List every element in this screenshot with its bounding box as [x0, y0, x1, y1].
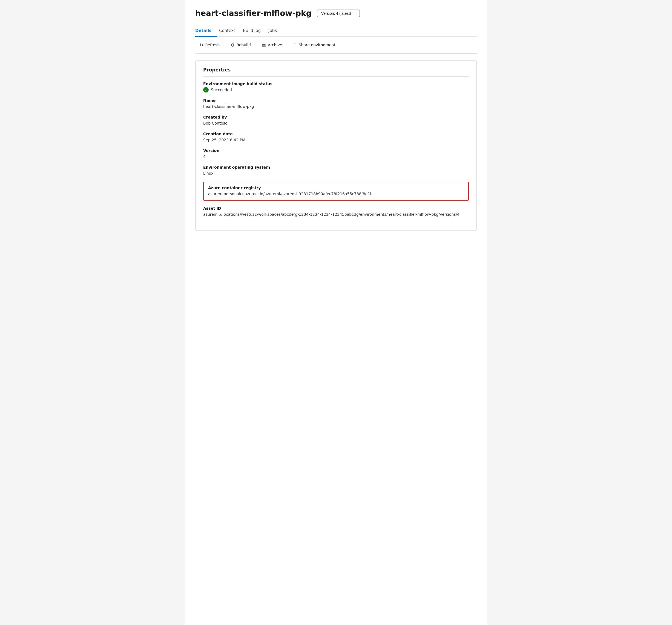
chevron-down-icon: ⌄: [353, 11, 356, 15]
prop-value-name: heart-classifier-mlflow-pkg: [203, 104, 469, 110]
prop-value-version: 4: [203, 154, 469, 160]
prop-label-creation-date: Creation date: [203, 132, 469, 136]
tabs-container: Details Context Build log Jobs: [195, 25, 477, 37]
prop-value-asset-id: azureml://locations/westus2/workspaces/a…: [203, 212, 469, 217]
tab-details[interactable]: Details: [195, 25, 217, 37]
rebuild-button[interactable]: ⚙ Rebuild: [226, 41, 255, 50]
refresh-label: Refresh: [205, 43, 220, 47]
prop-value-creation-date: Sep 25, 2023 8:42 PM: [203, 137, 469, 143]
version-dropdown[interactable]: Version: 4 (latest) ⌄: [317, 9, 360, 17]
properties-card: Properties Environment image build statu…: [195, 60, 477, 231]
prop-group-created-by: Created by Bob Contoso: [203, 115, 469, 126]
rebuild-icon: ⚙: [231, 43, 234, 48]
rebuild-label: Rebuild: [237, 43, 251, 47]
prop-group-creation-date: Creation date Sep 25, 2023 8:42 PM: [203, 132, 469, 143]
archive-button[interactable]: ▤ Archive: [257, 41, 287, 50]
archive-label: Archive: [268, 43, 282, 47]
tab-build-log[interactable]: Build log: [243, 25, 266, 37]
share-icon: ↑: [293, 43, 296, 48]
share-label: Share environment: [299, 43, 335, 47]
prop-label-version: Version: [203, 148, 469, 153]
refresh-icon: ↻: [200, 43, 203, 48]
prop-group-asset-id: Asset ID azureml://locations/westus2/wor…: [203, 206, 469, 217]
share-environment-button[interactable]: ↑ Share environment: [289, 41, 340, 50]
prop-value-created-by: Bob Contoso: [203, 120, 469, 126]
prop-value-build-status: Succeeded: [211, 87, 232, 93]
page-title: heart-classifier-mlflow-pkg: [195, 9, 312, 18]
prop-label-created-by: Created by: [203, 115, 469, 119]
prop-value-azure-container-registry: azuremlpersonalcr.azurecr.io/azureml/azu…: [208, 191, 464, 197]
prop-group-azure-container-registry: Azure container registry azuremlpersonal…: [203, 182, 469, 201]
prop-group-version: Version 4: [203, 148, 469, 160]
prop-label-azure-container-registry: Azure container registry: [208, 186, 464, 190]
toolbar: ↻ Refresh ⚙ Rebuild ▤ Archive ↑ Share en…: [195, 37, 477, 54]
success-status-icon: [203, 87, 209, 93]
tab-jobs[interactable]: Jobs: [268, 25, 282, 37]
prop-label-name: Name: [203, 98, 469, 103]
prop-label-build-status: Environment image build status: [203, 81, 469, 86]
prop-label-asset-id: Asset ID: [203, 206, 469, 211]
prop-group-build-status: Environment image build status Succeeded: [203, 81, 469, 93]
prop-group-name: Name heart-classifier-mlflow-pkg: [203, 98, 469, 110]
tab-context[interactable]: Context: [219, 25, 241, 37]
refresh-button[interactable]: ↻ Refresh: [195, 41, 224, 50]
prop-group-env-os: Environment operating system Linux: [203, 165, 469, 176]
card-title: Properties: [203, 67, 469, 77]
prop-label-env-os: Environment operating system: [203, 165, 469, 169]
archive-icon: ▤: [262, 43, 266, 48]
version-label: Version: 4 (latest): [321, 11, 351, 16]
prop-value-env-os: Linux: [203, 171, 469, 176]
